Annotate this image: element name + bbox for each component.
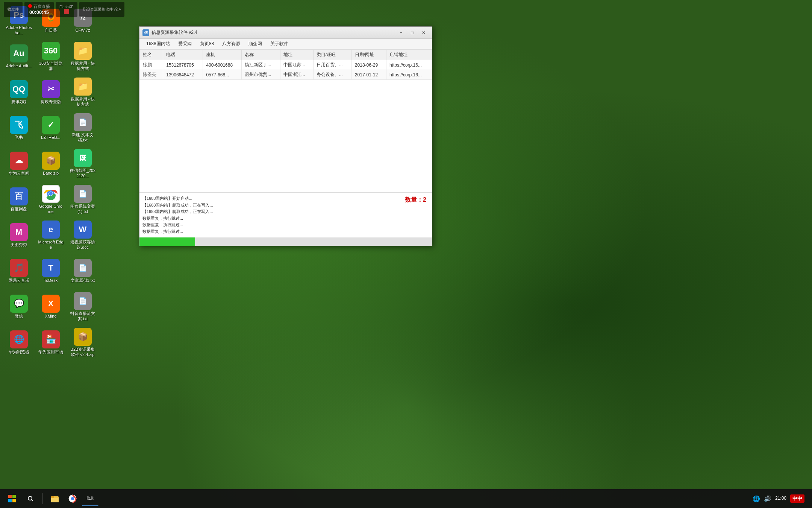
textfile-icon: 📄 [74,113,92,131]
log-line-4: 数据重复，执行跳过... [142,215,429,222]
flashxp-label: FlashXP [59,5,74,9]
icon-huawei-appstore[interactable]: 🏪 华为应用市场 [36,325,66,359]
menu-huangye88[interactable]: 黄页88 [196,40,218,48]
adobe-ps-label: Adobe Photosho... [6,25,32,35]
xmind-label: XMind [45,314,56,319]
svg-rect-12 [51,496,54,498]
icon-huawei-browser[interactable]: 🌐 华为浏览器 [4,325,34,359]
icon-jianying[interactable]: ✂ 剪映专业版 [36,75,66,109]
b2b-zip-icon: 📦 [74,328,92,346]
menu-about[interactable]: 关于软件 [267,40,292,48]
taskbar-time-value: 21:00 [775,496,786,502]
taskbar-item-app-window[interactable]: 信息 [82,491,98,506]
timer-value: 00:00:45 [29,9,49,15]
lztheb-label: LZTHEB... [41,135,60,140]
table-body: 徐鹏 15312678705 400-6001688 镇江新区丁... 中国江苏… [140,60,432,80]
data-folder2-icon: 📁 [74,78,92,96]
icon-wenzhang[interactable]: 📄 文章原创1.txt [68,254,98,288]
table-row[interactable]: 陈圣亮 13906648472 0577-668... 温州市优贸... 中国浙… [140,70,432,80]
qq-icon: QQ [10,80,28,98]
feishu-label: 飞书 [15,135,23,140]
xmind-icon: X [42,295,60,313]
icon-wenjian[interactable]: 📄 闯盘系统文案(1).txt [68,183,98,216]
huawei-cloud-label: 华为云空间 [9,171,29,176]
minimize-button[interactable]: － [396,29,406,37]
cell-date-2: 2017-01-12 [351,70,386,80]
cell-category-1: 日用百货、... [313,60,351,70]
icon-wechat[interactable]: 💬 微信 [4,290,34,324]
baidu-pan-icon: 百 [10,187,28,205]
meitu-label: 美图秀秀 [11,242,27,247]
cell-landline-2: 0577-668... [203,70,242,80]
cell-phone-2: 13906648472 [163,70,203,80]
taskbar-item-fileexplorer[interactable] [47,491,63,506]
icon-bandizip[interactable]: 📦 Bandizip [36,147,66,181]
icon-huawei-cloud[interactable]: ☁ 华为云空间 [4,147,34,181]
window-content-area: 姓名 电话 座机 名称 地址 类目/旺旺 日期/网址 店铺地址 徐鹏 [139,49,432,193]
icon-adobe-au[interactable]: Au Adobe Audit... [4,40,34,73]
icon-b2b-zip[interactable]: 📦 B2B资源采集软件 v2.4.zip [68,325,98,359]
mail-label: 收发件 [8,7,19,12]
wechat-label: 微信 [15,314,23,319]
chrome-taskbar-icon [68,494,77,503]
taskbar-volume-icon: 🔊 [764,495,771,502]
icon-google-chrome[interactable]: Google Chrome [36,183,66,216]
col-header-phone: 电话 [163,50,203,60]
log-line-3: 【1688国内站】爬取成功，正在写入... [142,208,429,215]
icon-data-folder2[interactable]: 📁 数据常用 - 快捷方式 [68,75,98,109]
taskbar-item-chrome[interactable] [64,491,81,506]
menu-1688[interactable]: 1688国内站 [142,40,174,48]
bandizip-icon: 📦 [42,152,60,170]
taskbar-search[interactable] [22,491,39,506]
window-titlebar: 信 信息资源采集软件 v2.4 － □ ✕ [139,27,432,39]
window-menubar: 1688国内站 爱采购 黄页88 八方资源 顺企网 关于软件 [139,39,432,49]
menu-shunqi[interactable]: 顺企网 [245,40,266,48]
col-header-shopname: 名称 [242,50,280,60]
app-icon: 信 [142,29,149,36]
wechat-screenshot-label: 微信截图_2022120... [70,168,96,178]
progress-bar [139,237,195,246]
icon-baidu-pan[interactable]: 百 百度网盘 [4,183,34,216]
taskbar-start-button[interactable] [4,491,20,506]
table-row[interactable]: 徐鹏 15312678705 400-6001688 镇江新区丁... 中国江苏… [140,60,432,70]
ime-indicator[interactable]: 中中 [790,494,804,503]
maximize-button[interactable]: □ [407,29,418,37]
taskbar-network-icon: 🌐 [753,495,760,502]
icon-wechat-screenshot[interactable]: 🖼 微信截图_2022120... [68,147,98,181]
icon-qq[interactable]: QQ 腾讯QQ [4,75,34,109]
table-header-row: 姓名 电话 座机 名称 地址 类目/旺旺 日期/网址 店铺地址 [140,50,432,60]
icon-douyin-live[interactable]: 📄 抖音直播流文案.txt [68,290,98,324]
ms-edge-icon: e [42,221,60,239]
icon-todesk[interactable]: T ToDesk [36,254,66,288]
menu-aicaigou[interactable]: 爱采购 [174,40,195,48]
svg-rect-6 [8,499,12,502]
icon-xmind[interactable]: X XMind [36,290,66,324]
icon-ms-edge[interactable]: e Microsoft Edge [36,218,66,252]
taskbar-right-area: 🌐 🔊 21:00 中中 [753,494,808,503]
icon-360browser[interactable]: 360 360安全浏览器 [36,40,66,73]
cell-name-1: 徐鹏 [140,60,163,70]
icon-textfile[interactable]: 📄 新建 文本文档.txt [68,111,98,145]
cell-name-2: 陈圣亮 [140,70,163,80]
icon-meitu[interactable]: M 美图秀秀 [4,218,34,252]
app-window: 信 信息资源采集软件 v2.4 － □ ✕ 1688国内站 爱采购 黄页88 八… [139,26,432,246]
douyin-live-icon: 📄 [74,292,92,310]
icon-netease-music[interactable]: 🎵 网易云音乐 [4,254,34,288]
ime-label: 中 [792,496,797,501]
close-button[interactable]: ✕ [418,29,429,37]
svg-point-14 [71,497,74,500]
todesk-label: ToDesk [44,278,58,283]
icon-short-video-doc[interactable]: W 短视频获客协议.doc [68,218,98,252]
adobe-au-icon: Au [10,44,28,62]
bandizip-label: Bandizip [43,171,59,176]
360browser-label: 360安全浏览器 [38,61,64,71]
menu-bafang[interactable]: 八方资源 [218,40,244,48]
icon-feishu[interactable]: 飞 飞书 [4,111,34,145]
jianying-icon: ✂ [42,80,60,98]
icon-lztheb[interactable]: ✓ LZTHEB... [36,111,66,145]
cell-landline-1: 400-6001688 [203,60,242,70]
wenzhang-label: 文章原创1.txt [71,278,95,283]
log-line-1: 【1688国内站】开始启动... [142,195,429,202]
cell-shopname-1: 镇江新区丁... [242,60,280,70]
icon-folder-data[interactable]: 📁 数据常用 - 快捷方式 [68,40,98,73]
